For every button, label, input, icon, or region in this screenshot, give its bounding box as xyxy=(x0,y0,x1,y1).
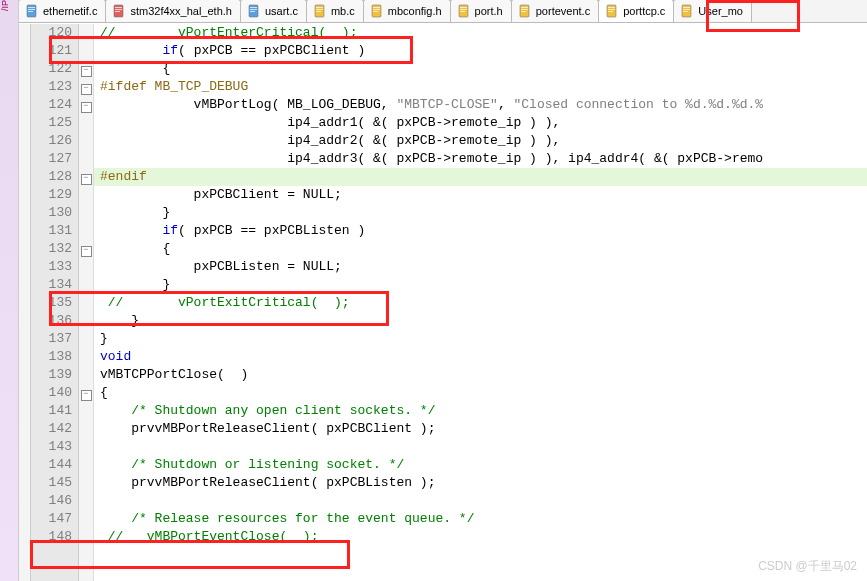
file-icon xyxy=(313,4,327,18)
code-line[interactable]: ip4_addr3( &( pxPCB->remote_ip ) ), ip4_… xyxy=(100,150,867,168)
code-token: // vPortEnterCritical( ); xyxy=(100,25,357,40)
tab-usart-c[interactable]: usart.c xyxy=(240,0,307,22)
code-line[interactable] xyxy=(100,492,867,510)
code-line[interactable]: } xyxy=(100,330,867,348)
code-token: vMBTCPPortClose( ) xyxy=(100,367,248,382)
tab-portevent-c[interactable]: portevent.c xyxy=(511,0,599,22)
code-line[interactable] xyxy=(100,438,867,456)
fold-toggle-icon[interactable]: − xyxy=(81,246,92,257)
fold-toggle-icon[interactable]: − xyxy=(81,84,92,95)
code-token: "MBTCP-CLOSE" xyxy=(396,97,497,112)
code-token: if xyxy=(162,223,178,238)
svg-rect-30 xyxy=(608,9,615,10)
fold-cell[interactable]: − xyxy=(79,78,93,96)
fold-cell xyxy=(79,402,93,420)
code-line[interactable]: #ifdef MB_TCP_DEBUG xyxy=(100,78,867,96)
fold-toggle-icon[interactable]: − xyxy=(81,174,92,185)
fold-toggle-icon[interactable]: − xyxy=(81,390,92,401)
fold-toggle-icon[interactable]: − xyxy=(81,66,92,77)
svg-rect-2 xyxy=(28,9,35,10)
code-token: , xyxy=(498,97,514,112)
line-number: 126 xyxy=(31,132,72,150)
line-number: 135 xyxy=(31,294,72,312)
fold-cell[interactable]: − xyxy=(79,384,93,402)
line-number: 125 xyxy=(31,114,72,132)
code-line[interactable]: vMBTCPPortClose( ) xyxy=(100,366,867,384)
line-number: 124 xyxy=(31,96,72,114)
fold-cell xyxy=(79,150,93,168)
code-token: pxPCBClient = NULL; xyxy=(100,187,342,202)
tab-mbconfig-h[interactable]: mbconfig.h xyxy=(363,0,451,22)
svg-rect-18 xyxy=(373,9,380,10)
code-line[interactable]: } xyxy=(100,204,867,222)
svg-rect-22 xyxy=(460,9,467,10)
code-line[interactable]: // vPortExitCritical( ); xyxy=(100,294,867,312)
fold-cell xyxy=(79,222,93,240)
fold-toggle-icon[interactable]: − xyxy=(81,102,92,113)
code-line[interactable]: ip4_addr1( &( pxPCB->remote_ip ) ), xyxy=(100,114,867,132)
fold-cell xyxy=(79,528,93,546)
code-line[interactable]: void xyxy=(100,348,867,366)
code-line[interactable]: prvvMBPortReleaseClient( pxPCBListen ); xyxy=(100,474,867,492)
fold-cell xyxy=(79,294,93,312)
left-sidebar-strip: /IP xyxy=(0,0,19,581)
svg-rect-33 xyxy=(683,7,690,8)
fold-cell[interactable]: − xyxy=(79,96,93,114)
code-token: { xyxy=(100,241,170,256)
code-line[interactable]: { xyxy=(100,384,867,402)
code-token: prvvMBPortReleaseClient( pxPCBListen ); xyxy=(100,475,435,490)
code-area[interactable]: // vPortEnterCritical( ); if( pxPCB == p… xyxy=(94,24,867,581)
code-token: /* Release resources for the event queue… xyxy=(100,511,474,526)
code-token: pxPCBListen = NULL; xyxy=(100,259,342,274)
svg-rect-19 xyxy=(373,11,378,12)
code-line[interactable]: } xyxy=(100,276,867,294)
svg-rect-6 xyxy=(115,9,122,10)
line-number: 136 xyxy=(31,312,72,330)
code-line[interactable]: // vMBPortEventClose( ); xyxy=(100,528,867,546)
file-icon xyxy=(680,4,694,18)
tab-ethernetif-c[interactable]: ethernetif.c xyxy=(18,0,106,22)
code-line[interactable]: if( pxPCB == pxPCBListen ) xyxy=(100,222,867,240)
code-line[interactable]: if( pxPCB == pxPCBClient ) xyxy=(100,42,867,60)
code-line[interactable]: // vPortEnterCritical( ); xyxy=(100,24,867,42)
code-line[interactable]: /* Shutdown any open client sockets. */ xyxy=(100,402,867,420)
code-line[interactable]: /* Shutdown or listening socket. */ xyxy=(100,456,867,474)
code-line[interactable]: vMBPortLog( MB_LOG_DEBUG, "MBTCP-CLOSE",… xyxy=(100,96,867,114)
code-line[interactable]: pxPCBClient = NULL; xyxy=(100,186,867,204)
code-line[interactable]: #endif xyxy=(100,168,867,186)
line-number: 127 xyxy=(31,150,72,168)
svg-rect-13 xyxy=(316,7,323,8)
svg-rect-27 xyxy=(521,11,526,12)
code-line[interactable]: prvvMBPortReleaseClient( pxPCBClient ); xyxy=(100,420,867,438)
file-icon xyxy=(605,4,619,18)
tab-port-h[interactable]: port.h xyxy=(450,0,512,22)
code-line[interactable]: ip4_addr2( &( pxPCB->remote_ip ) ), xyxy=(100,132,867,150)
code-line[interactable]: { xyxy=(100,60,867,78)
code-line[interactable]: } xyxy=(100,312,867,330)
line-number: 139 xyxy=(31,366,72,384)
tab-label: portevent.c xyxy=(536,5,590,17)
code-line[interactable]: pxPCBListen = NULL; xyxy=(100,258,867,276)
fold-column[interactable]: −−− − − − xyxy=(79,24,94,581)
fold-cell xyxy=(79,276,93,294)
fold-cell xyxy=(79,114,93,132)
tab-stm32f4xx-hal-eth-h[interactable]: stm32f4xx_hal_eth.h xyxy=(105,0,241,22)
tab-porttcp-c[interactable]: porttcp.c xyxy=(598,0,674,22)
code-token: vMBPortLog( MB_LOG_DEBUG, xyxy=(100,97,396,112)
line-number: 147 xyxy=(31,510,72,528)
tab-user-mo[interactable]: User_mo xyxy=(673,0,752,22)
code-token: // vMBPortEventClose( ); xyxy=(100,529,318,544)
code-line[interactable]: { xyxy=(100,240,867,258)
file-icon xyxy=(25,4,39,18)
line-number: 129 xyxy=(31,186,72,204)
code-token: ip4_addr3( &( pxPCB->remote_ip ) ), ip4_… xyxy=(100,151,763,166)
fold-cell[interactable]: − xyxy=(79,168,93,186)
fold-cell xyxy=(79,492,93,510)
code-token: } xyxy=(100,205,170,220)
tab-label: port.h xyxy=(475,5,503,17)
code-token: void xyxy=(100,349,131,364)
code-line[interactable]: /* Release resources for the event queue… xyxy=(100,510,867,528)
fold-cell[interactable]: − xyxy=(79,240,93,258)
fold-cell[interactable]: − xyxy=(79,60,93,78)
tab-mb-c[interactable]: mb.c xyxy=(306,0,364,22)
